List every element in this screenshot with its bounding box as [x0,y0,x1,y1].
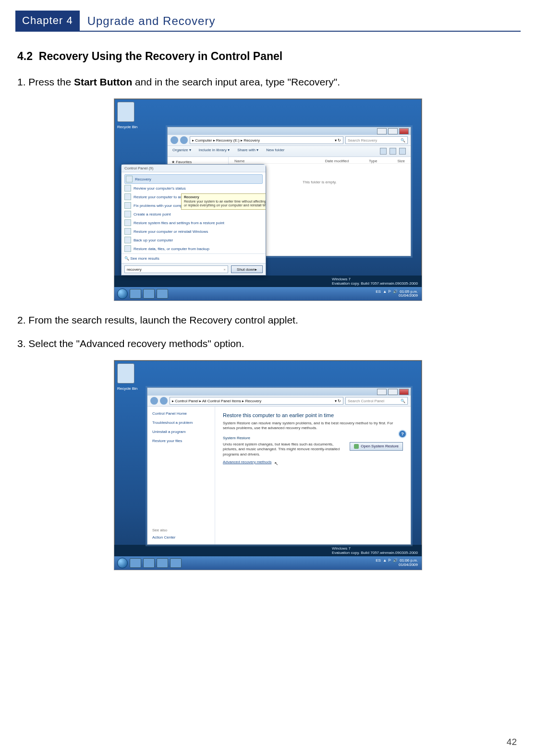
start-result-item[interactable]: Back up your computer [124,236,263,244]
backup-icon [124,237,131,243]
address-bar-row: ▸ Computer ▸ Recovery (E:) ▸ Recovery▾ ↻… [168,135,411,146]
section-title: 4.2 Recovery Using the Recovery in Contr… [17,50,521,63]
taskbar-explorer-icon[interactable] [143,289,155,299]
see-more-results[interactable]: 🔍 See more results [122,253,266,263]
close-button[interactable] [399,389,409,395]
system-restore-label: System Restore [223,436,403,440]
search-icon: 🔍 [401,399,405,403]
step-3: 3. Select the "Advanced recovery methods… [17,337,521,350]
forward-button[interactable] [160,397,168,405]
col-name[interactable]: Name [234,159,244,163]
start-result-item[interactable]: Restore data, files, or computer from ba… [124,244,263,253]
tray-lang[interactable]: ES [376,558,381,563]
open-system-restore-button[interactable]: Open System Restore [350,442,403,451]
start-results-list: Recovery Review your computer's status R… [122,172,266,253]
restore-backup-icon [124,245,131,252]
maximize-button[interactable] [388,389,398,395]
col-date[interactable]: Date modified [325,159,349,163]
favorites-group: ★ Favorites [171,160,224,164]
section-heading: Recovery Using the Recovery in Control P… [39,50,282,62]
preview-pane-button[interactable] [390,148,396,155]
address-path: ▸ Computer ▸ Recovery (E:) ▸ Recovery [192,138,260,143]
start-result-item[interactable]: Review your computer's status [124,184,263,192]
step-1-a: 1. Press the [17,76,74,87]
col-size[interactable]: Size [397,159,405,163]
recycle-bin-icon [117,102,134,122]
start-tooltip: Recovery Restore your system to an earli… [181,193,266,209]
start-result-recovery[interactable]: Recovery [124,174,263,184]
explorer-search-input[interactable]: Search Recovery🔍 [345,136,408,144]
explorer-toolbar: Organize ▾ Include in library ▾ Share wi… [168,146,411,157]
search-value: recovery [127,267,142,272]
os-name: Windows 7 [332,277,351,281]
step-1-bold: Start Button [74,76,132,87]
advanced-recovery-link[interactable]: Advanced recovery methods [223,460,271,464]
clear-icon[interactable]: × [223,267,226,272]
start-button[interactable] [117,558,128,568]
screenshot-1-wrap: Recycle Bin ▸ Computer ▸ Recovery (E:) ▸… [15,98,521,301]
address-bar[interactable]: ▸ Control Panel ▸ All Control Panel Item… [170,397,343,405]
back-button[interactable] [171,136,178,144]
taskbar-ie-icon[interactable] [130,289,141,299]
col-type[interactable]: Type [369,159,377,163]
help-icon[interactable]: ? [398,430,407,438]
build-info: Evaluation copy. Build 7057.winmain.0903… [332,281,418,286]
taskbar-media-icon[interactable] [157,558,168,568]
back-button[interactable] [150,397,158,405]
tooltip-body: Restore your system to an earlier time w… [184,200,266,208]
cp-search-input[interactable]: Search Control Panel🔍 [345,397,408,405]
view-mode-button[interactable] [380,148,387,155]
start-result-item[interactable]: Create a restore point [124,210,263,218]
os-name: Windows 7 [332,546,351,551]
column-headers: Name Date modified Type Size [229,157,411,164]
start-search-input[interactable]: recovery× [124,265,228,273]
restore-icon [124,193,131,200]
tray-time: 01:06 p.m. [400,558,418,563]
see-also-label: See also Action Center [152,528,210,540]
start-result-item[interactable]: Restore system files and settings from a… [124,218,263,227]
search-placeholder: Search Control Panel [348,399,384,403]
new-folder-button[interactable]: New folder [266,148,284,155]
close-button[interactable] [399,128,409,134]
step-2: 2. From the search results, launch the R… [17,313,521,327]
taskbar-ie-icon[interactable] [130,558,141,568]
chapter-bar: Chapter 4 Upgrade and Recovery [15,11,521,32]
cursor-icon: ↖ [274,461,278,466]
forward-button[interactable] [180,136,188,144]
build-info: Evaluation copy. Build 7057.winmain.0903… [332,551,418,555]
address-bar[interactable]: ▸ Computer ▸ Recovery (E:) ▸ Recovery▾ ↻ [190,136,343,144]
tray-lang[interactable]: ES [376,289,381,294]
cp-home-link[interactable]: Control Panel Home [152,411,210,416]
start-results-header: Control Panel (9) [122,165,266,172]
taskbar-media-icon[interactable] [157,289,168,299]
taskbar: ES ▲ 🏳 🔊 01:05 p.m. 01/04/2009 [114,287,422,300]
step-1: 1. Press the Start Button and in the sea… [17,75,521,89]
recycle-bin-icon [117,363,134,384]
recovery-icon [126,176,133,182]
help-icon[interactable] [399,148,406,155]
action-center-link[interactable]: Action Center [152,535,210,540]
window-title-bar [168,127,411,135]
search-placeholder: Search Recovery [348,138,377,143]
taskbar-app-icon[interactable] [170,558,182,568]
minimize-button[interactable] [377,389,387,395]
cp-side-panel: Control Panel Home Troubleshoot a proble… [147,407,215,544]
troubleshoot-link[interactable]: Troubleshoot a problem [152,420,210,425]
restore-point-icon [124,211,131,217]
uninstall-link[interactable]: Uninstall a program [152,430,210,434]
organize-menu[interactable]: Organize ▾ [172,148,191,155]
share-with-menu[interactable]: Share with ▾ [237,148,258,155]
shutdown-button[interactable]: Shut down ▸ [231,265,263,273]
include-library-menu[interactable]: Include in library ▾ [199,148,230,155]
maximize-button[interactable] [388,128,398,134]
start-button[interactable] [117,288,128,299]
tooltip-title: Recovery [184,195,266,199]
start-result-item[interactable]: Restore your computer or reinstall Windo… [124,227,263,236]
cp-main-panel: Restore this computer to an earlier poin… [215,407,411,544]
tray-date: 01/04/2009 [399,563,418,567]
restore-files-link[interactable]: Restore your files [152,439,210,443]
tray: ES ▲ 🏳 🔊 01:06 p.m. 01/04/2009 [376,559,419,567]
taskbar-explorer-icon[interactable] [143,558,155,568]
flag-icon [124,185,131,192]
minimize-button[interactable] [377,128,387,134]
